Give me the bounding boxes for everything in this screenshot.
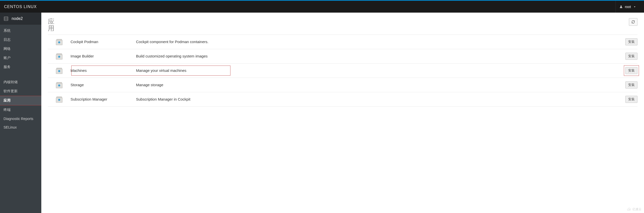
app-name: Machines	[71, 68, 136, 73]
sidebar-item[interactable]: 内核转储	[0, 78, 41, 87]
app-row[interactable]: Subscription ManagerSubscription Manager…	[48, 92, 637, 107]
install-button[interactable]: 安装	[625, 53, 637, 60]
cloud-icon	[627, 208, 631, 211]
install-button[interactable]: 安装	[625, 81, 637, 88]
app-action-cell: 安装	[620, 53, 637, 60]
watermark: 亿速云	[627, 207, 641, 211]
sidebar-nav: 系统日志网络账户服务	[0, 25, 41, 72]
refresh-icon	[631, 20, 635, 24]
package-icon	[56, 39, 62, 45]
install-button[interactable]: 安装	[625, 67, 637, 74]
package-icon	[56, 67, 62, 74]
sidebar-item[interactable]: 软件更新	[0, 87, 41, 96]
app-name: Cockpit Podman	[71, 40, 136, 44]
app-action-cell: 安装	[620, 67, 637, 74]
user-icon	[619, 5, 623, 9]
package-icon	[56, 82, 62, 88]
app-name: Storage	[71, 83, 136, 87]
app-icon-cell	[48, 53, 71, 59]
install-button[interactable]: 安装	[625, 96, 637, 103]
topbar: CENTOS LINUX root	[0, 1, 644, 13]
app-description: Manage your virtual machines	[136, 68, 620, 73]
svg-point-3	[629, 209, 630, 210]
app-action-cell: 安装	[620, 38, 637, 45]
refresh-button[interactable]	[629, 18, 637, 26]
app-icon-cell	[48, 82, 71, 88]
main-content: 应用 Cockpit PodmanCockpit component for P…	[41, 13, 644, 213]
app-action-cell: 安装	[620, 81, 637, 88]
app-row[interactable]: Cockpit PodmanCockpit component for Podm…	[48, 35, 637, 49]
page-title: 应用	[48, 18, 55, 32]
app-name: Subscription Manager	[71, 97, 136, 101]
sidebar-item[interactable]: 服务	[0, 63, 41, 72]
app-row[interactable]: MachinesManage your virtual machines安装	[48, 64, 637, 78]
sidebar-item[interactable]: SELinux	[0, 123, 41, 132]
app-icon-cell	[48, 39, 71, 45]
app-name: Image Builder	[71, 54, 136, 58]
brand-title: CENTOS LINUX	[4, 5, 37, 9]
watermark-text: 亿速云	[632, 207, 641, 211]
app-description: Build customized operating system images	[136, 54, 620, 58]
sidebar: node2 系统日志网络账户服务 内核转储软件更新应用终端Diagnostic …	[0, 13, 41, 213]
sidebar-nav-2: 内核转储软件更新应用终端Diagnostic ReportsSELinux	[0, 76, 41, 132]
user-name: root	[625, 5, 631, 9]
app-description: Subscription Manager in Cockpit	[136, 97, 620, 101]
app-icon-cell	[48, 67, 71, 74]
app-icon-cell	[48, 96, 71, 103]
server-icon	[4, 16, 9, 21]
host-name: node2	[12, 16, 23, 21]
install-button[interactable]: 安装	[625, 38, 637, 45]
package-icon	[56, 53, 62, 59]
sidebar-item[interactable]: 日志	[0, 35, 41, 44]
app-description: Manage storage	[136, 83, 620, 87]
app-list: Cockpit PodmanCockpit component for Podm…	[48, 35, 637, 107]
user-menu[interactable]: root	[616, 1, 640, 13]
layout: node2 系统日志网络账户服务 内核转储软件更新应用终端Diagnostic …	[0, 13, 644, 213]
sidebar-item[interactable]: Diagnostic Reports	[0, 114, 41, 123]
sidebar-item[interactable]: 系统	[0, 26, 41, 35]
svg-rect-0	[4, 17, 8, 21]
app-description: Cockpit component for Podman containers.	[136, 40, 620, 44]
sidebar-item[interactable]: 账户	[0, 53, 41, 63]
main-header: 应用	[48, 18, 637, 32]
sidebar-host[interactable]: node2	[0, 13, 41, 25]
app-row[interactable]: Image BuilderBuild customized operating …	[48, 49, 637, 64]
sidebar-item[interactable]: 终端	[0, 105, 41, 114]
sidebar-item[interactable]: 应用	[0, 96, 42, 105]
sidebar-item[interactable]: 网络	[0, 44, 41, 53]
app-row[interactable]: StorageManage storage安装	[48, 78, 637, 92]
app-action-cell: 安装	[620, 96, 637, 103]
chevron-down-icon	[633, 5, 636, 9]
package-icon	[56, 96, 62, 103]
sidebar-gap	[0, 72, 41, 76]
